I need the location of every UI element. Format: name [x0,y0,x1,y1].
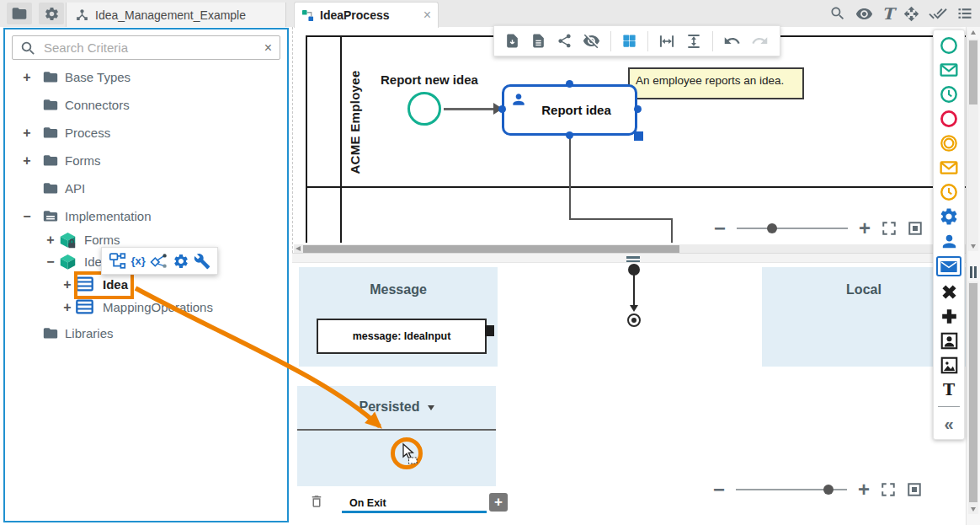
report-idea-task[interactable]: Report idea [502,84,637,136]
gear-icon[interactable] [173,253,189,270]
export-file-icon[interactable] [504,33,520,49]
process-tab[interactable]: IdeaProcess × [294,2,439,28]
image-icon[interactable] [936,356,961,374]
persisted-panel[interactable]: Persisted [297,386,496,486]
timer-start-icon[interactable] [936,85,961,104]
fullscreen-icon[interactable] [881,482,896,497]
grid-icon[interactable] [621,33,637,49]
expand-icon[interactable]: + [61,276,74,292]
search-input[interactable] [42,40,258,56]
scroll-left-icon[interactable] [296,246,301,251]
connector-handle[interactable] [485,325,494,336]
clear-search-icon[interactable]: × [264,41,272,55]
search-icon[interactable] [829,5,846,22]
search-box[interactable]: × [12,35,280,60]
collapse-icon[interactable]: « [936,415,961,433]
menu-icon[interactable] [956,5,973,22]
start-event-icon[interactable] [936,36,961,55]
on-exit-tab[interactable]: On Exit [349,497,386,509]
structure-icon[interactable] [109,252,126,270]
eye-icon[interactable] [855,5,873,23]
settings-button[interactable] [39,3,64,24]
zoom-slider[interactable] [736,489,847,490]
share-icon[interactable] [557,33,573,49]
persisted-panel-header[interactable]: Persisted [297,399,496,415]
collapse-expand-icon[interactable]: − [20,208,34,224]
chevron-down-icon[interactable] [428,405,434,410]
expand-icon[interactable]: + [61,299,74,315]
move-icon[interactable] [903,6,919,22]
trash-icon[interactable] [309,493,324,510]
scroll-up-icon[interactable] [971,30,976,35]
vertical-space-icon[interactable] [685,33,702,50]
expression-icon[interactable]: {x} [130,254,145,267]
tree-item-mappingoperations[interactable]: + MappingOperations [0,297,292,319]
resize-handle[interactable] [634,131,643,141]
start-event[interactable] [407,92,441,126]
timer-intermediate-icon[interactable] [936,183,961,201]
expand-icon[interactable]: + [20,153,34,169]
selection-handle[interactable] [634,105,642,113]
annotation-note[interactable]: An employee reports an idea. [628,67,804,99]
user-task-icon[interactable] [936,232,961,250]
expand-icon[interactable]: + [20,125,34,141]
validate-icon[interactable] [929,4,947,23]
message-start-icon[interactable] [936,61,961,79]
mapping-canvas[interactable]: Message message: IdeaInput Local Persist… [292,263,966,525]
pane-splitter[interactable] [292,253,980,263]
portrait-icon[interactable] [936,331,961,350]
zoom-slider-handle[interactable] [767,223,777,233]
wrench-icon[interactable] [194,253,210,270]
text-annotation-icon[interactable]: T [936,380,961,399]
tree-item-api[interactable]: API [0,178,292,200]
splitter-grip[interactable] [970,266,972,278]
vertical-scrollbar-thumb[interactable] [969,283,977,502]
tree-item-forms[interactable]: + Forms [0,150,292,172]
fit-view-icon[interactable] [907,482,922,497]
zoom-out-button[interactable]: − [713,480,725,499]
project-tab[interactable]: Idea_Management_Example [66,3,286,27]
fullscreen-icon[interactable] [881,221,897,236]
palette-scrollbar-thumb[interactable] [969,40,977,104]
parallel-gateway-icon[interactable] [936,307,961,325]
tree-item-process[interactable]: + Process [0,122,292,144]
text-icon[interactable]: T [882,6,894,22]
end-event-icon[interactable] [936,110,961,128]
selection-handle[interactable] [566,80,573,88]
splitter-grip[interactable] [974,266,977,278]
horizontal-scrollbar-thumb[interactable] [303,245,679,253]
selection-handle[interactable] [566,131,573,139]
exclusive-gateway-icon[interactable] [936,282,961,301]
zoom-in-button[interactable]: + [859,219,871,238]
selection-handle[interactable] [498,105,506,113]
zoom-slider[interactable] [737,228,848,229]
splitter-grip[interactable] [626,260,640,263]
expand-icon[interactable]: + [44,232,57,248]
scroll-down-icon[interactable] [971,507,976,512]
document-icon[interactable] [530,33,546,49]
expand-icon[interactable]: + [20,69,34,85]
send-task-icon[interactable] [936,256,961,276]
mapping-icon[interactable] [150,252,168,270]
service-task-icon[interactable] [936,207,961,226]
tree-item-libraries[interactable]: Libraries [0,323,292,345]
mapping-connector-source[interactable] [628,264,640,276]
tree-item-base-types[interactable]: + Base Types [0,67,292,88]
intermediate-event-icon[interactable] [936,134,961,153]
splitter-grip[interactable] [626,256,640,259]
close-icon[interactable]: × [423,8,431,22]
collapse-expand-icon[interactable]: − [44,254,57,270]
tree-item-idea[interactable]: + Idea [0,274,292,296]
fit-view-icon[interactable] [908,221,923,236]
tree-item-implementation[interactable]: − Implementation [0,206,292,228]
message-intermediate-icon[interactable] [936,158,961,177]
folder-button[interactable] [7,3,32,24]
zoom-in-button[interactable]: + [858,480,870,499]
horizontal-scrollbar[interactable] [294,244,967,253]
undo-icon[interactable] [723,32,741,50]
redo-icon[interactable] [751,32,769,50]
sequence-flow[interactable] [444,108,495,110]
horizontal-space-icon[interactable] [658,33,675,50]
zoom-out-button[interactable]: − [714,219,726,238]
scroll-down-icon[interactable] [971,244,976,249]
